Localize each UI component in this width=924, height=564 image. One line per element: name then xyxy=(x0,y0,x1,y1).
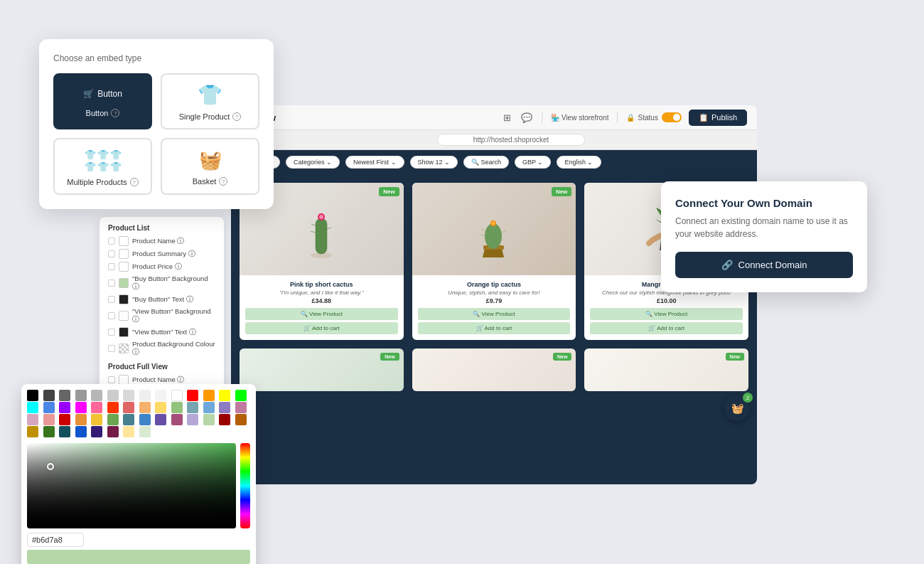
swatch-peach[interactable] xyxy=(139,402,151,413)
gradient-handle[interactable] xyxy=(47,463,54,470)
checkbox-product-bg[interactable] xyxy=(108,345,115,352)
color-swatch-summary[interactable] xyxy=(119,249,129,259)
swatch-mauve[interactable] xyxy=(235,402,247,413)
swatch-dark-pink[interactable] xyxy=(171,414,183,425)
swatch-blue[interactable] xyxy=(43,402,55,413)
swatch-lavender[interactable] xyxy=(219,402,230,413)
cart-btn-1[interactable]: 🛒 Add to cart xyxy=(245,322,398,334)
swatch-selected-green[interactable] xyxy=(203,414,215,425)
currency-btn[interactable]: GBP ⌄ xyxy=(515,156,551,169)
swatch-magenta[interactable] xyxy=(75,402,87,413)
swatch-lightest-gray[interactable] xyxy=(155,390,166,401)
swatch-dark-gold[interactable] xyxy=(27,426,38,437)
color-swatch-full-name[interactable] xyxy=(119,375,129,385)
view-btn-1[interactable]: 🔍 View Product xyxy=(245,308,398,320)
swatch-pale-yellow[interactable] xyxy=(123,426,134,437)
icon-btn-2[interactable]: 💬 xyxy=(520,111,534,124)
checkbox-product-name[interactable] xyxy=(108,238,115,245)
embed-option-multiple-products[interactable]: 👕👕👕 👕👕👕 Multiple Products ? xyxy=(53,138,152,195)
swatch-orange[interactable] xyxy=(203,390,215,401)
swatch-red-orange[interactable] xyxy=(107,402,119,413)
swatch-purple[interactable] xyxy=(59,402,70,413)
swatch-gray[interactable] xyxy=(59,390,70,401)
color-swatch-name[interactable] xyxy=(119,236,129,246)
view-btn-2[interactable]: 🔍 View Product xyxy=(418,308,571,320)
swatch-red[interactable] xyxy=(187,390,198,401)
color-swatch-buy-bg[interactable] xyxy=(119,278,129,288)
swatch-forest-green[interactable] xyxy=(43,426,55,437)
color-gradient-box[interactable] xyxy=(27,443,236,528)
swatch-light-purple[interactable] xyxy=(187,414,198,425)
cart-btn-3[interactable]: 🛒 Add to cart xyxy=(590,322,743,334)
swatch-gold[interactable] xyxy=(91,414,102,425)
swatch-medium-green[interactable] xyxy=(107,414,119,425)
swatch-black[interactable] xyxy=(27,390,38,401)
swatch-royal-blue[interactable] xyxy=(75,426,87,437)
color-swatch-price[interactable] xyxy=(119,262,129,272)
swatch-pale-green[interactable] xyxy=(139,426,151,437)
language-btn[interactable]: English ⌄ xyxy=(557,156,601,169)
checkbox-view-bg[interactable] xyxy=(108,312,115,319)
categories-btn[interactable]: Categories ⌄ xyxy=(286,156,340,169)
swatch-lighter-gray[interactable] xyxy=(107,390,119,401)
swatch-off-white[interactable] xyxy=(139,390,151,401)
color-swatch-product-bg[interactable] xyxy=(119,344,129,353)
basket-help-icon[interactable]: ? xyxy=(219,177,227,186)
color-gradient-area[interactable] xyxy=(27,443,250,528)
storefront-link[interactable]: 🏪 View storefront xyxy=(551,114,609,122)
swatch-salmon[interactable] xyxy=(43,414,55,425)
show-btn[interactable]: Show 12 ⌄ xyxy=(410,156,458,169)
hue-bar[interactable] xyxy=(240,443,250,528)
hex-input[interactable]: #b6d7a8 xyxy=(27,533,84,547)
swatch-burgundy[interactable] xyxy=(107,426,119,437)
color-swatch-buy-text[interactable] xyxy=(119,294,129,304)
publish-button[interactable]: 📋 Publish xyxy=(689,110,747,126)
swatch-indigo[interactable] xyxy=(91,426,102,437)
swatch-dark-gray[interactable] xyxy=(43,390,55,401)
search-btn[interactable]: 🔍 Search xyxy=(463,156,509,169)
swatch-pink[interactable] xyxy=(91,402,102,413)
swatch-light-yellow[interactable] xyxy=(155,402,166,413)
embed-option-single-product[interactable]: 👕 Single Product ? xyxy=(161,73,259,129)
checkbox-buy-text[interactable] xyxy=(108,296,115,303)
checkbox-view-text[interactable] xyxy=(108,329,115,336)
sort-btn[interactable]: Newest First ⌄ xyxy=(345,156,404,169)
swatch-light-gray[interactable] xyxy=(91,390,102,401)
connect-domain-button[interactable]: 🔗 Connect Domain xyxy=(675,252,853,278)
icon-btn-1[interactable]: ⊞ xyxy=(502,111,512,124)
swatch-amber[interactable] xyxy=(75,414,87,425)
swatch-cyan[interactable] xyxy=(27,402,38,413)
swatch-dark-teal[interactable] xyxy=(123,414,134,425)
cart-btn-2[interactable]: 🛒 Add to cart xyxy=(418,322,571,334)
swatch-rust[interactable] xyxy=(235,414,247,425)
color-swatch-view-text[interactable] xyxy=(119,327,129,337)
checkbox-product-price[interactable] xyxy=(108,263,115,270)
swatch-rose[interactable] xyxy=(27,414,38,425)
status-toggle[interactable] xyxy=(662,112,682,122)
swatch-dark-red[interactable] xyxy=(59,414,70,425)
checkbox-full-name[interactable] xyxy=(108,376,115,383)
swatch-green[interactable] xyxy=(235,390,247,401)
swatch-dark-cyan[interactable] xyxy=(59,426,70,437)
multiple-products-help-icon[interactable]: ? xyxy=(130,178,139,186)
button-help-icon[interactable]: ? xyxy=(111,109,119,117)
single-product-help-icon[interactable]: ? xyxy=(232,112,241,121)
swatch-maroon[interactable] xyxy=(219,414,230,425)
swatch-dark-lavender[interactable] xyxy=(155,414,166,425)
swatch-yellow[interactable] xyxy=(219,390,230,401)
swatch-near-white[interactable] xyxy=(123,390,134,401)
swatch-mid-gray[interactable] xyxy=(75,390,87,401)
checkbox-buy-bg[interactable] xyxy=(108,280,115,287)
view-btn-3[interactable]: 🔍 View Product xyxy=(590,308,743,320)
swatch-sky-blue[interactable] xyxy=(203,402,215,413)
embed-option-button[interactable]: 🛒 Button Button ? xyxy=(53,73,152,129)
swatch-light-red[interactable] xyxy=(123,402,134,413)
swatch-medium-blue[interactable] xyxy=(139,414,151,425)
swatch-light-green[interactable] xyxy=(171,402,183,413)
embed-option-basket[interactable]: 🧺 Basket ? xyxy=(161,138,259,195)
swatch-white[interactable] xyxy=(171,390,183,401)
buy-now-button[interactable]: 🛒 Button xyxy=(73,85,132,103)
checkbox-product-summary[interactable] xyxy=(108,250,115,257)
swatch-teal[interactable] xyxy=(187,402,198,413)
color-swatch-view-bg[interactable] xyxy=(119,311,129,321)
